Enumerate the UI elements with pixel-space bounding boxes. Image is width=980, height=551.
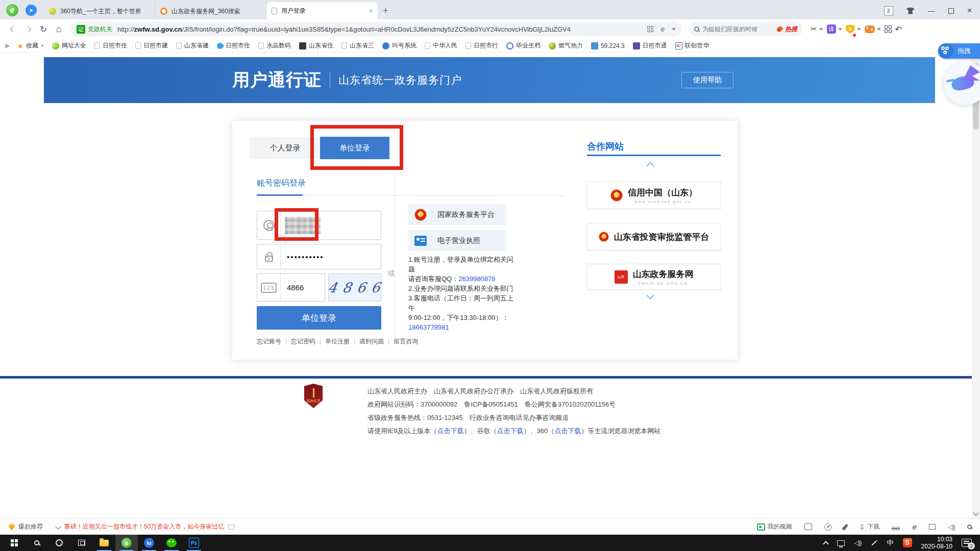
file-explorer-button[interactable] [93, 535, 115, 551]
problem-link[interactable]: 遇到问题 [355, 337, 388, 346]
tab-account-password-login[interactable]: 账号密码登录 [257, 178, 306, 189]
360-browser-button[interactable]: e [115, 535, 138, 551]
bookmark-item[interactable]: 中华人民 [425, 41, 457, 50]
promo-label[interactable]: 爆款推荐 [18, 522, 43, 531]
download-chrome-link[interactable]: 点击下载 [497, 427, 524, 435]
tab-count-badge[interactable]: 3 [884, 6, 893, 15]
forgot-password-link[interactable]: 忘记密码 [286, 337, 320, 346]
partner-sd-gov-service[interactable]: 山东 山东政务服务网 ZWFW.SD.GOV.CN [587, 264, 721, 290]
download-ie-link[interactable]: 点击下载 [437, 427, 464, 435]
forward-button[interactable] [20, 27, 36, 32]
back-button[interactable] [5, 27, 20, 32]
bookmark-item[interactable]: 山东省三 [341, 41, 374, 50]
qq-number-link[interactable]: 2639980878 [458, 275, 495, 283]
browser-360-logo-icon[interactable]: e [6, 4, 18, 16]
wechat-button[interactable] [160, 535, 183, 551]
partner-credit-china[interactable]: ★ 信用中国（山东） www.creditsd.gov.cn [587, 181, 721, 209]
page-scrollbar[interactable] [972, 53, 980, 518]
incognito-icon[interactable] [892, 525, 900, 529]
translate-tool[interactable]: 译 [827, 24, 842, 34]
minimize-button[interactable]: — [928, 7, 935, 15]
multi-window-icon[interactable] [929, 524, 936, 530]
ie-mode-icon[interactable]: e [912, 522, 916, 531]
game-tool[interactable] [865, 26, 881, 33]
theme-skin-icon[interactable] [906, 8, 915, 14]
bookmark-item[interactable]: 水晶数码 [258, 41, 291, 50]
cortana-button[interactable] [48, 535, 70, 551]
image-tool-icon[interactable] [804, 523, 812, 530]
url-dropdown-icon[interactable] [672, 28, 676, 31]
tab-close-icon[interactable]: × [369, 7, 373, 15]
company-register-link[interactable]: 单位注册 [321, 337, 354, 346]
new-tab-button[interactable]: + [378, 6, 395, 19]
password-field[interactable]: •••••••••• [257, 244, 381, 269]
volume-icon[interactable]: ◁)) [854, 539, 861, 546]
screenshot-tool[interactable]: ✂ [811, 24, 823, 34]
taskbar-search-button[interactable] [26, 535, 48, 551]
help-button[interactable]: 使用帮助 [681, 72, 733, 88]
bookmark-item[interactable]: 山东省住 [299, 41, 333, 50]
bookmark-item[interactable]: 日照市住 [217, 41, 250, 50]
e-business-license-button[interactable]: 电子营业执照 [408, 230, 506, 251]
qr-code-icon[interactable] [647, 26, 653, 32]
network-icon[interactable] [837, 540, 845, 546]
forgot-account-link[interactable]: 忘记账号 [257, 337, 286, 346]
refresh-button[interactable]: ↻ [36, 24, 51, 35]
captcha-field[interactable]: 123 [257, 273, 325, 302]
tab-user-login[interactable]: 用户登录 × [266, 2, 378, 19]
speaker-icon[interactable]: ◁)) [948, 523, 955, 531]
drag-widget[interactable]: 拖拽 [938, 43, 980, 59]
speed-tool-icon[interactable] [824, 523, 831, 531]
bookmark-item[interactable]: 山东省建 [176, 41, 209, 50]
bookmark-item[interactable]: 叫号系统 [382, 41, 416, 50]
partner-investment-platform[interactable]: ★ 山东省投资审批监管平台 [587, 223, 721, 251]
bookmark-item[interactable]: 网址大全 [52, 41, 86, 50]
tab-360-search[interactable]: 山东政务服务网_360搜索 [155, 3, 266, 19]
booster-icon[interactable] [842, 523, 849, 531]
bookmark-item[interactable]: 燃气热力 [549, 41, 583, 50]
company-login-submit-button[interactable]: 单位登录 [257, 306, 381, 330]
ime-indicator[interactable]: 中 [887, 538, 894, 547]
thunder-float-widget[interactable] [943, 61, 980, 105]
nav-plane-icon[interactable]: ➤ [26, 5, 37, 16]
undo-arrow-icon[interactable]: ↶ [895, 24, 902, 34]
search-input[interactable]: 为姐姐们应援的时候 热搜 [689, 22, 802, 36]
chevron-down-icon[interactable] [647, 294, 655, 303]
news-chevron-icon[interactable] [55, 524, 61, 530]
tab-360-nav[interactable]: 360导航_一个主页，整个世界 [44, 3, 155, 19]
start-button[interactable] [3, 535, 26, 551]
sogou-input-icon[interactable]: S [903, 538, 912, 547]
my-videos-button[interactable]: ▶我的视频 [757, 522, 792, 531]
download-360-link[interactable]: 点击下载 [554, 427, 581, 435]
action-center-icon[interactable]: 2 [962, 539, 972, 547]
captcha-input[interactable] [287, 283, 323, 292]
photoshop-button[interactable]: Ps [183, 535, 205, 551]
phone-number-link[interactable]: 18663778981 [408, 322, 517, 332]
bookmark-item[interactable]: 59.224.3 [591, 42, 625, 49]
favorites-menu[interactable]: ★收藏 [17, 41, 44, 50]
bookmark-item[interactable]: 日照市通 [633, 41, 667, 50]
bookmark-item[interactable]: 日照市住 [94, 41, 127, 50]
taskbar-clock[interactable]: 10:03 2020-08-10 [921, 536, 952, 550]
bookmark-item[interactable]: IC联创世华 [675, 41, 709, 50]
national-gov-platform-button[interactable]: ★ 国家政务服务平台 [408, 204, 506, 225]
task-view-button[interactable] [70, 535, 93, 551]
pen-icon[interactable] [871, 540, 877, 545]
news-ticker[interactable]: 重磅！近期又出一股市怪才！50万资金入市，如今身家过亿 [64, 522, 224, 531]
sidebar-collapse-icon[interactable]: |▶ [5, 42, 9, 49]
ie-compat-icon[interactable]: e [660, 25, 665, 33]
home-button[interactable]: ⌂ [51, 24, 66, 35]
bookmark-item[interactable]: 日照市行 [465, 41, 498, 50]
iu-app-button[interactable]: iu [138, 535, 160, 551]
wallet-tool[interactable]: ¥ [846, 24, 861, 34]
restore-button[interactable] [948, 8, 954, 14]
bookmark-item[interactable]: 日照市建 [135, 41, 168, 50]
tray-expand-icon[interactable] [823, 541, 829, 546]
scroll-down-icon[interactable] [973, 510, 978, 516]
bookmark-item[interactable]: 毕业生档 [506, 41, 541, 50]
download-button[interactable]: ⇩下载 [859, 522, 880, 531]
page-search-icon[interactable] [967, 524, 972, 529]
close-button[interactable]: × [967, 6, 972, 15]
tab-personal-login[interactable]: 个人登录 [250, 137, 320, 159]
captcha-image[interactable]: 4866 [328, 273, 381, 302]
